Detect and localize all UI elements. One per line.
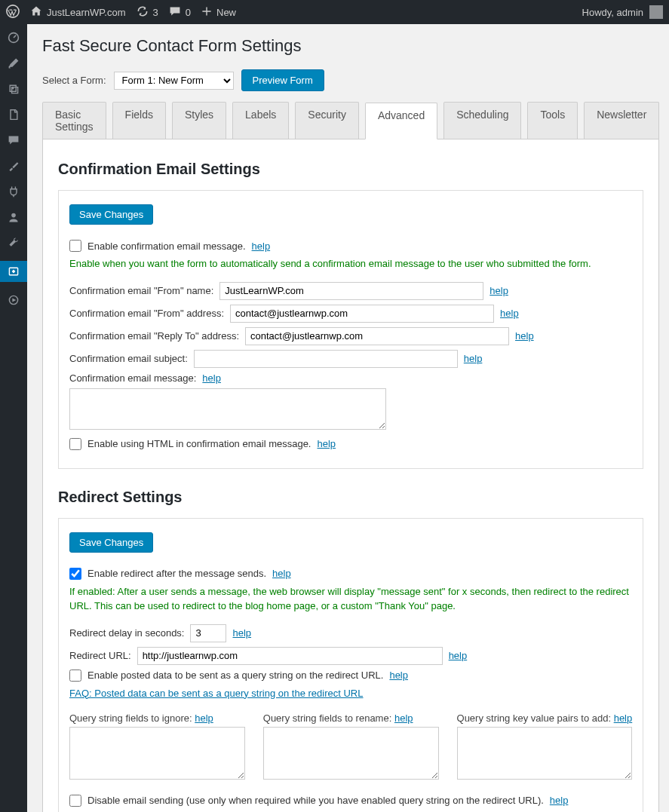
- enable-html-label: Enable using HTML in confirmation email …: [87, 438, 311, 449]
- svg-point-2: [12, 87, 14, 89]
- from-name-label: Confirmation email "From" name:: [69, 285, 213, 296]
- plus-icon: [201, 6, 212, 19]
- new-content-link[interactable]: New: [201, 6, 236, 19]
- preview-form-button[interactable]: Preview Form: [241, 69, 324, 91]
- media-icon[interactable]: [6, 81, 21, 97]
- from-addr-input[interactable]: [230, 305, 494, 323]
- tab-newsletter[interactable]: Newsletter: [584, 102, 659, 139]
- enable-posted-data-checkbox[interactable]: [69, 670, 81, 682]
- new-label: New: [216, 7, 236, 18]
- help-link[interactable]: help: [202, 372, 221, 384]
- reply-to-label: Confirmation email "Reply To" address:: [69, 330, 239, 342]
- faq-link[interactable]: FAQ: Posted data can be sent as a query …: [69, 688, 364, 699]
- page-title: Fast Secure Contact Form Settings: [42, 36, 659, 56]
- pages-icon[interactable]: [6, 107, 21, 122]
- subject-label: Confirmation email subject:: [69, 353, 188, 364]
- disable-email-label: Disable email sending (use only when req…: [87, 795, 544, 806]
- tab-advanced[interactable]: Advanced: [365, 103, 437, 139]
- tab-fields[interactable]: Fields: [112, 102, 166, 139]
- help-link[interactable]: help: [464, 353, 483, 364]
- help-link[interactable]: help: [252, 241, 271, 252]
- site-name: JustLearnWP.com: [47, 7, 126, 18]
- admin-menu: [0, 24, 27, 812]
- form-selector-row: Select a Form: Form 1: New Form Preview …: [42, 69, 659, 91]
- tab-styles[interactable]: Styles: [172, 102, 226, 139]
- tab-basic-settings[interactable]: Basic Settings: [42, 102, 106, 139]
- comment-icon: [169, 5, 181, 20]
- q-ignore-textarea[interactable]: [69, 727, 245, 780]
- from-addr-label: Confirmation email "From" address:: [69, 308, 224, 319]
- q-add-textarea[interactable]: [457, 727, 633, 780]
- help-link[interactable]: help: [449, 650, 468, 661]
- plugins-icon[interactable]: [6, 184, 21, 199]
- tools-icon[interactable]: [6, 235, 21, 250]
- message-label: Confirmation email message:: [69, 372, 196, 384]
- help-link[interactable]: help: [389, 670, 408, 681]
- redirect-url-input[interactable]: [137, 647, 443, 665]
- subject-input[interactable]: [194, 350, 458, 368]
- q-rename-label: Query string fields to rename:: [263, 712, 392, 724]
- save-button[interactable]: Save Changes: [69, 532, 153, 553]
- query-string-columns: Query string fields to ignore: help Quer…: [69, 712, 632, 780]
- enable-redirect-checkbox[interactable]: [69, 568, 81, 580]
- help-link[interactable]: help: [489, 285, 508, 296]
- disable-email-checkbox[interactable]: [69, 795, 81, 807]
- enable-posted-data-label: Enable posted data to be sent as a query…: [87, 670, 383, 681]
- redirect-url-label: Redirect URL:: [69, 650, 131, 661]
- q-rename-textarea[interactable]: [263, 727, 439, 780]
- help-link[interactable]: help: [394, 712, 413, 724]
- howdy-text: Howdy, admin: [582, 7, 643, 18]
- dashboard-icon[interactable]: [6, 30, 21, 45]
- enable-redirect-label: Enable redirect after the message sends.: [87, 568, 266, 579]
- confirmation-section: Save Changes Enable confirmation email m…: [58, 190, 643, 469]
- tab-labels[interactable]: Labels: [232, 102, 289, 139]
- posts-icon[interactable]: [6, 56, 21, 71]
- refresh-icon: [137, 5, 149, 20]
- tab-panel-advanced: Confirmation Email Settings Save Changes…: [42, 139, 659, 812]
- updates-link[interactable]: 3: [137, 5, 158, 20]
- from-name-input[interactable]: [219, 282, 483, 300]
- comments-link[interactable]: 0: [169, 5, 191, 20]
- enable-html-checkbox[interactable]: [69, 438, 81, 450]
- message-textarea[interactable]: [69, 388, 386, 430]
- help-link[interactable]: help: [195, 712, 213, 724]
- form-select[interactable]: Form 1: New Form: [114, 72, 234, 90]
- tabs-nav: Basic Settings Fields Styles Labels Secu…: [42, 102, 659, 139]
- tab-security[interactable]: Security: [295, 102, 359, 139]
- confirmation-heading: Confirmation Email Settings: [58, 161, 643, 178]
- svg-point-3: [11, 213, 16, 218]
- reply-to-input[interactable]: [245, 327, 509, 345]
- delay-label: Redirect delay in seconds:: [69, 627, 184, 639]
- redirect-section: Save Changes Enable redirect after the m…: [58, 518, 643, 813]
- home-icon: [30, 5, 42, 20]
- q-ignore-label: Query string fields to ignore:: [69, 712, 192, 724]
- select-form-label: Select a Form:: [42, 75, 106, 86]
- tab-tools[interactable]: Tools: [527, 102, 578, 139]
- help-link[interactable]: help: [500, 308, 519, 319]
- account-link[interactable]: Howdy, admin: [582, 5, 663, 19]
- comments-count: 0: [186, 7, 191, 18]
- users-icon[interactable]: [6, 210, 21, 225]
- help-link[interactable]: help: [550, 795, 569, 806]
- tab-scheduling[interactable]: Scheduling: [443, 102, 521, 139]
- help-link[interactable]: help: [515, 330, 534, 342]
- save-button[interactable]: Save Changes: [69, 204, 153, 225]
- help-link[interactable]: help: [272, 568, 291, 579]
- help-link[interactable]: help: [614, 712, 633, 724]
- redirect-description: If enabled: After a user sends a message…: [69, 584, 632, 614]
- help-link[interactable]: help: [318, 438, 336, 449]
- q-add-label: Query string key value pairs to add:: [457, 712, 612, 724]
- help-link[interactable]: help: [232, 627, 251, 639]
- enable-confirmation-label: Enable confirmation email message.: [87, 241, 246, 252]
- delay-input[interactable]: [190, 624, 226, 642]
- appearance-icon[interactable]: [6, 158, 21, 173]
- settings-current-icon[interactable]: [0, 261, 27, 282]
- confirmation-description: Enable when you want the form to automat…: [69, 256, 632, 271]
- generic-plugin-icon[interactable]: [6, 293, 21, 308]
- comments-menu-icon[interactable]: [6, 133, 21, 148]
- avatar: [649, 5, 663, 19]
- admin-bar: JustLearnWP.com 3 0 New Howdy, admin: [0, 0, 669, 24]
- site-home-link[interactable]: JustLearnWP.com: [30, 5, 126, 20]
- wordpress-logo-icon[interactable]: [6, 5, 20, 20]
- enable-confirmation-checkbox[interactable]: [69, 240, 81, 252]
